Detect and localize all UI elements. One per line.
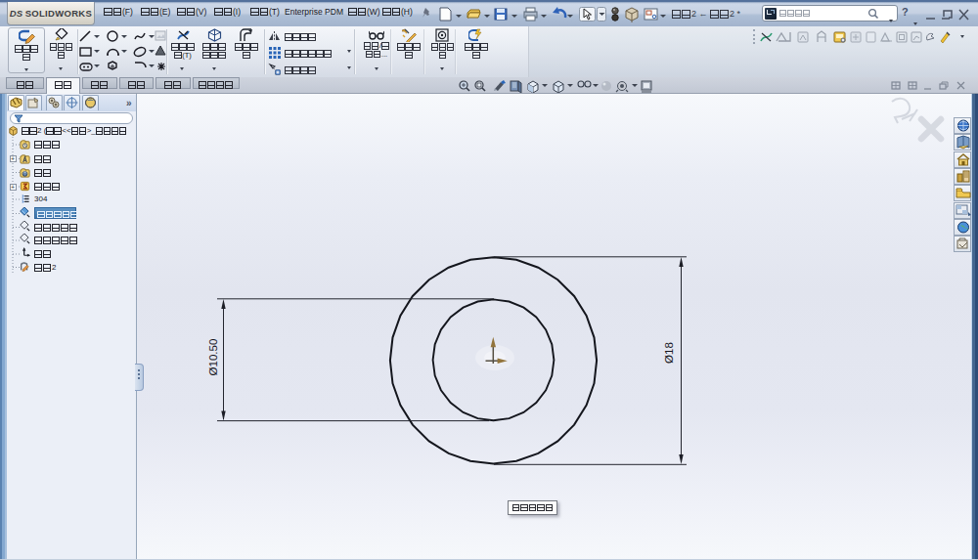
svg-text:Ø10.50: Ø10.50 [207, 339, 219, 376]
svg-text:Ø18: Ø18 [663, 342, 675, 364]
